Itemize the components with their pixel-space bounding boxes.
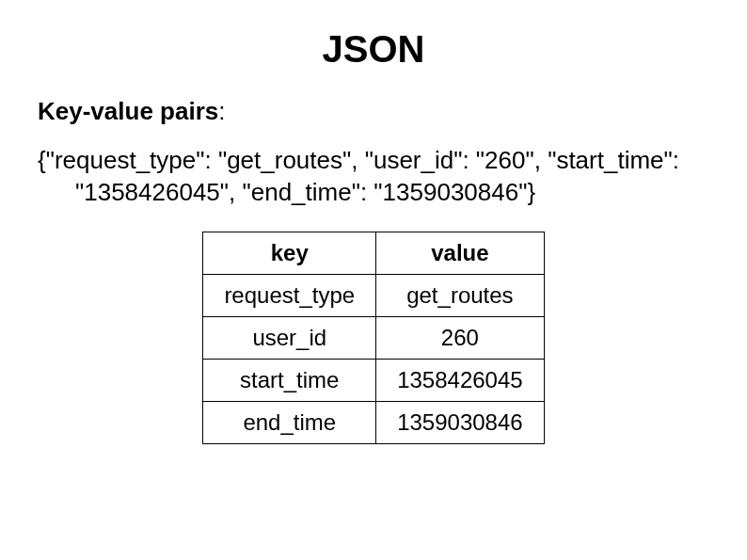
- cell-value: 1359030846: [376, 401, 544, 443]
- table-row: request_type get_routes: [203, 274, 544, 316]
- cell-value: 260: [376, 316, 544, 359]
- cell-value: get_routes: [376, 274, 544, 316]
- header-key: key: [203, 232, 376, 274]
- table-row: start_time 1358426045: [203, 359, 544, 401]
- subtitle-bold: Key-value pairs: [38, 97, 218, 125]
- subtitle: Key-value pairs:: [38, 97, 709, 126]
- subtitle-suffix: :: [218, 97, 225, 125]
- json-example: {"request_type": "get_routes", "user_id"…: [38, 145, 709, 209]
- header-value: value: [376, 232, 544, 274]
- cell-key: start_time: [203, 359, 376, 401]
- kv-table: key value request_type get_routes user_i…: [202, 232, 544, 444]
- table-row: user_id 260: [203, 316, 544, 359]
- cell-value: 1358426045: [376, 359, 544, 401]
- cell-key: user_id: [203, 316, 376, 359]
- table-row: end_time 1359030846: [203, 401, 544, 443]
- page-title: JSON: [38, 28, 709, 71]
- table-header-row: key value: [203, 232, 544, 274]
- cell-key: end_time: [203, 401, 376, 443]
- cell-key: request_type: [203, 274, 376, 316]
- json-text: {"request_type": "get_routes", "user_id"…: [38, 145, 709, 209]
